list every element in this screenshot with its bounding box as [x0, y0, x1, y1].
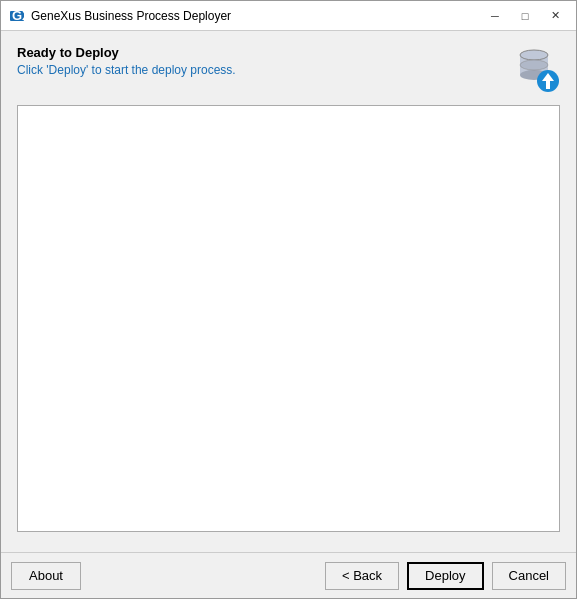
content-area: Ready to Deploy Click 'Deploy' to start …: [1, 31, 576, 552]
window-title: GeneXus Business Process Deployer: [31, 9, 482, 23]
header-section: Ready to Deploy Click 'Deploy' to start …: [17, 45, 560, 93]
title-bar-controls: ─ □ ✕: [482, 6, 568, 26]
app-icon: GX: [9, 8, 25, 24]
footer-right: < Back Deploy Cancel: [325, 562, 566, 590]
title-bar: GX GeneXus Business Process Deployer ─ □…: [1, 1, 576, 31]
footer: About < Back Deploy Cancel: [1, 552, 576, 598]
log-output-area: [17, 105, 560, 532]
back-button[interactable]: < Back: [325, 562, 399, 590]
ready-subtitle: Click 'Deploy' to start the deploy proce…: [17, 63, 512, 77]
database-deploy-icon: [512, 45, 560, 93]
deploy-button[interactable]: Deploy: [407, 562, 483, 590]
svg-text:GX: GX: [12, 8, 25, 23]
main-window: GX GeneXus Business Process Deployer ─ □…: [0, 0, 577, 599]
about-button[interactable]: About: [11, 562, 81, 590]
maximize-button[interactable]: □: [512, 6, 538, 26]
minimize-button[interactable]: ─: [482, 6, 508, 26]
ready-title: Ready to Deploy: [17, 45, 512, 60]
close-button[interactable]: ✕: [542, 6, 568, 26]
header-text: Ready to Deploy Click 'Deploy' to start …: [17, 45, 512, 77]
cancel-button[interactable]: Cancel: [492, 562, 566, 590]
footer-left: About: [11, 562, 317, 590]
